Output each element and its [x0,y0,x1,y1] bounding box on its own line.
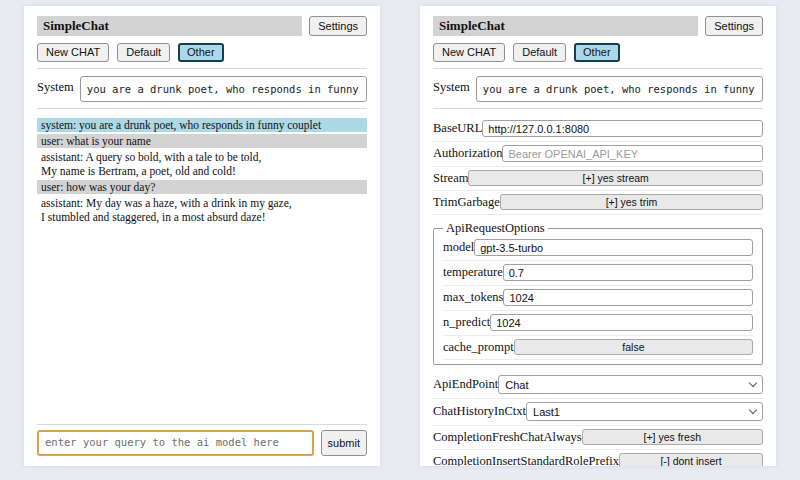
app-title: SimpleChat [37,16,302,36]
chat-message-assistant: assistant: A query so bold, with a tale … [37,150,367,178]
chevron-down-icon [749,406,757,414]
divider [433,108,763,109]
cache-prompt-toggle-button[interactable]: false [514,339,753,355]
setting-row-completioninsertstandardroleprefix: CompletionInsertStandardRolePrefix[-] do… [433,450,763,466]
spacer [37,226,367,418]
api-request-options-legend: ApiRequestOptions [443,221,548,236]
n-predict-input[interactable] [490,314,753,331]
setting-label-trimgarbage: TrimGarbage [433,195,500,210]
setting-row-baseurl: BaseURL [433,117,763,142]
query-input[interactable] [37,430,314,456]
setting-row-trimgarbage: TrimGarbage[+] yes trim [433,191,763,215]
api-request-options-rows: modeltemperaturemax_tokensn_predictcache… [443,236,753,360]
app-title: SimpleChat [433,16,698,36]
chat-panel: SimpleChat Settings New CHATDefaultOther… [24,6,380,466]
session-buttons: New CHATDefaultOther [433,43,763,62]
chat-message-system: system: you are a drunk poet, who respon… [37,118,367,132]
submit-button[interactable]: submit [321,430,367,456]
setting-label-cache-prompt: cache_prompt [443,340,514,355]
other-button[interactable]: Other [178,43,224,62]
new-chat-button[interactable]: New CHAT [433,43,505,62]
header: SimpleChat Settings [37,16,367,36]
divider [433,68,763,69]
system-prompt-row: System [433,76,763,102]
settings-main-rows: BaseURLAuthorizationStream[+] yes stream… [433,117,763,215]
setting-label-stream: Stream [433,171,468,186]
header: SimpleChat Settings [433,16,763,36]
divider [37,68,367,69]
setting-label-max-tokens: max_tokens [443,290,503,305]
settings-button[interactable]: Settings [309,16,367,36]
setting-label-n-predict: n_predict [443,315,490,330]
api-request-options-fieldset: ApiRequestOptions modeltemperaturemax_to… [433,221,763,365]
setting-row-apiendpoint: ApiEndPointChat [433,372,763,399]
chat-message-list: system: you are a drunk poet, who respon… [37,118,367,226]
setting-label-chathistoryinctxt: ChatHistoryInCtxt [433,404,526,419]
setting-row-authorization: Authorization [433,142,763,167]
setting-row-stream: Stream[+] yes stream [433,167,763,191]
setting-label-temperature: temperature [443,265,503,280]
setting-label-authorization: Authorization [433,146,502,161]
setting-label-model: model [443,240,474,255]
setting-label-completionfreshchatalways: CompletionFreshChatAlways [433,430,582,445]
apiendpoint-select[interactable]: Chat [498,375,763,394]
chat-message-user: user: what is your name [37,134,367,148]
system-label: System [433,76,470,95]
other-button[interactable]: Other [574,43,620,62]
chathistoryinctxt-selected-value: Last1 [533,406,560,418]
max-tokens-input[interactable] [503,289,753,306]
baseurl-input[interactable] [482,120,763,137]
settings-panel: SimpleChat Settings New CHATDefaultOther… [420,6,776,466]
setting-row-chathistoryinctxt: ChatHistoryInCtxtLast1 [433,399,763,426]
setting-row-model: model [443,236,753,261]
divider [37,108,367,109]
authorization-input[interactable] [502,145,763,162]
setting-row-temperature: temperature [443,261,753,286]
query-row: submit [37,430,367,456]
default-button[interactable]: Default [117,43,170,62]
setting-row-n-predict: n_predict [443,311,753,336]
chat-message-assistant: assistant: My day was a haze, with a dri… [37,196,367,224]
system-prompt-input[interactable] [476,76,763,102]
system-label: System [37,76,74,95]
chevron-down-icon [749,379,757,387]
new-chat-button[interactable]: New CHAT [37,43,109,62]
completioninsertstandardroleprefix-toggle-button[interactable]: [-] dont insert [619,453,763,466]
default-button[interactable]: Default [513,43,566,62]
stream-toggle-button[interactable]: [+] yes stream [468,170,763,186]
settings-button[interactable]: Settings [705,16,763,36]
setting-label-baseurl: BaseURL [433,121,482,136]
completionfreshchatalways-toggle-button[interactable]: [+] yes fresh [582,429,763,445]
apiendpoint-selected-value: Chat [505,379,528,391]
system-prompt-input[interactable] [80,76,367,102]
setting-row-max-tokens: max_tokens [443,286,753,311]
system-prompt-row: System [37,76,367,102]
temperature-input[interactable] [503,264,753,281]
trimgarbage-toggle-button[interactable]: [+] yes trim [500,194,763,210]
chat-message-user: user: how was your day? [37,180,367,194]
chathistoryinctxt-select[interactable]: Last1 [526,402,763,421]
divider [37,424,367,425]
settings-tail-rows: ApiEndPointChatChatHistoryInCtxtLast1Com… [433,372,763,466]
model-input[interactable] [474,239,753,256]
setting-row-cache-prompt: cache_promptfalse [443,336,753,360]
setting-row-completionfreshchatalways: CompletionFreshChatAlways[+] yes fresh [433,426,763,450]
setting-label-completioninsertstandardroleprefix: CompletionInsertStandardRolePrefix [433,454,619,467]
setting-label-apiendpoint: ApiEndPoint [433,377,498,392]
session-buttons: New CHATDefaultOther [37,43,367,62]
